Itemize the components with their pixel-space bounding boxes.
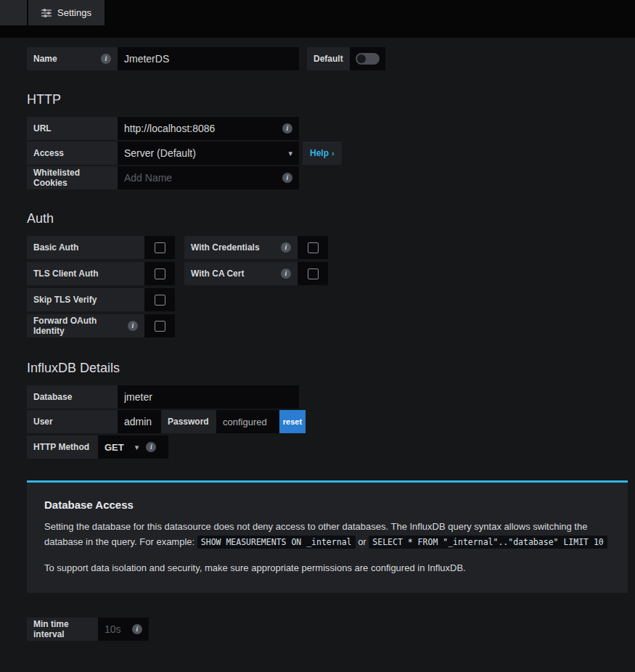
password-label: Password <box>168 417 209 427</box>
spacer <box>299 47 307 70</box>
default-toggle[interactable] <box>350 47 385 70</box>
infobox-paragraph-1: Setting the database for this datasource… <box>44 520 610 550</box>
reset-password-button[interactable]: reset <box>279 410 306 433</box>
help-link-label: Help <box>310 148 329 158</box>
name-input[interactable] <box>124 47 292 70</box>
info-icon: i <box>282 123 292 134</box>
with-ca-cert-label: With CA Cert <box>191 269 244 279</box>
with-ca-cert-row: With CA Cert i <box>184 262 328 285</box>
http-method-label-box: HTTP Method <box>27 435 98 459</box>
name-label: Name <box>33 54 57 64</box>
cookies-input-box: i <box>118 166 299 189</box>
password-status: configured <box>223 417 267 427</box>
chevron-right-icon: › <box>332 149 335 157</box>
caret-down-icon: ▾ <box>135 443 139 452</box>
info-icon: i <box>146 442 156 452</box>
database-access-infobox: Database Access Setting the database for… <box>27 480 628 593</box>
info-icon: i <box>282 173 292 183</box>
info-icon: i <box>128 321 138 331</box>
checkbox-square-icon <box>155 295 165 306</box>
infobox-or: or <box>358 536 366 547</box>
forward-oauth-label: Forward OAuth Identity <box>33 316 128 336</box>
basic-auth-checkbox[interactable] <box>144 236 175 259</box>
url-input-box: i <box>118 117 299 140</box>
caret-down-icon: ▾ <box>288 149 292 158</box>
tls-client-auth-row: TLS Client Auth <box>27 262 175 285</box>
code-snippet: SELECT * FROM "_internal".."database" LI… <box>369 536 607 549</box>
checkbox-square-icon <box>155 269 165 279</box>
url-label-box: URL <box>27 117 118 140</box>
infobox-title: Database Access <box>44 499 610 511</box>
user-label-box: User <box>27 410 118 433</box>
toggle-switch-icon <box>356 53 380 65</box>
access-row: Access Server (Default) ▾ Help › <box>27 142 635 165</box>
access-select-value: Server (Default) <box>124 147 196 159</box>
cookies-label: Whitelisted Cookies <box>33 168 111 188</box>
forward-oauth-label-box: Forward OAuth Identity i <box>27 314 144 337</box>
checkbox-square-icon <box>155 242 165 253</box>
info-icon: i <box>132 624 142 634</box>
tab-bar-spacer <box>0 0 27 25</box>
sliders-icon <box>41 8 52 18</box>
user-password-row: User Password configured reset <box>27 410 635 433</box>
tab-settings-label: Settings <box>57 7 91 18</box>
auth-section-heading: Auth <box>27 211 635 226</box>
help-link[interactable]: Help › <box>303 142 342 165</box>
min-interval-input[interactable] <box>105 618 132 641</box>
name-label-box: Name i <box>27 47 118 70</box>
checkbox-square-icon <box>308 269 319 279</box>
access-label-box: Access <box>27 142 118 165</box>
min-interval-label-box: Min time interval <box>27 618 98 641</box>
tab-settings[interactable]: Settings <box>27 0 105 25</box>
tls-client-auth-label-box: TLS Client Auth <box>27 262 144 285</box>
min-interval-label: Min time interval <box>33 619 91 639</box>
url-input[interactable] <box>124 117 282 140</box>
basic-auth-label: Basic Auth <box>33 242 78 253</box>
skip-tls-verify-label-box: Skip TLS Verify <box>27 288 144 311</box>
http-method-select[interactable]: GET ▾ i <box>98 435 168 459</box>
tab-bar: Settings <box>0 0 635 38</box>
skip-tls-verify-checkbox[interactable] <box>144 288 175 311</box>
info-icon: i <box>101 54 111 64</box>
http-method-value: GET <box>105 442 124 453</box>
access-select[interactable]: Server (Default) ▾ <box>118 142 299 165</box>
http-section-heading: HTTP <box>27 92 635 107</box>
name-row: Name i Default <box>27 47 635 70</box>
http-method-label: HTTP Method <box>33 442 89 452</box>
database-label-box: Database <box>27 385 118 409</box>
code-snippet: SHOW MEASUREMENTS ON _internal <box>197 536 356 549</box>
default-label-box: Default <box>307 47 350 70</box>
basic-auth-row: Basic Auth <box>27 236 175 259</box>
skip-tls-verify-label: Skip TLS Verify <box>33 295 97 305</box>
name-input-box <box>118 47 299 70</box>
forward-oauth-checkbox[interactable] <box>144 314 175 337</box>
with-ca-cert-checkbox[interactable] <box>298 262 328 285</box>
with-credentials-row: With Credentials i <box>184 236 328 259</box>
user-input[interactable] <box>124 410 155 433</box>
user-input-box <box>118 410 161 433</box>
info-icon: i <box>281 242 291 253</box>
with-credentials-checkbox[interactable] <box>298 236 328 259</box>
tls-client-auth-label: TLS Client Auth <box>33 269 99 279</box>
tls-client-auth-checkbox[interactable] <box>144 262 175 285</box>
auth-grid: Basic Auth With Credentials i TLS Client… <box>27 236 635 339</box>
database-input[interactable] <box>124 385 292 409</box>
empty-cell <box>184 288 328 313</box>
basic-auth-label-box: Basic Auth <box>27 236 144 259</box>
password-status-box: configured <box>216 410 279 433</box>
database-label: Database <box>33 392 72 402</box>
access-label: Access <box>33 148 64 158</box>
checkbox-square-icon <box>155 321 165 332</box>
database-row: Database <box>27 385 635 409</box>
empty-cell <box>184 314 328 339</box>
database-input-box <box>118 385 299 409</box>
cookies-input[interactable] <box>124 166 282 189</box>
min-interval-row: Min time interval i <box>27 618 635 641</box>
http-method-row: HTTP Method GET ▾ i <box>27 435 635 459</box>
url-label: URL <box>33 123 52 134</box>
with-credentials-label: With Credentials <box>191 242 260 253</box>
default-label: Default <box>314 54 343 64</box>
checkbox-square-icon <box>308 242 319 253</box>
influxdb-section-heading: InfluxDB Details <box>27 361 635 376</box>
forward-oauth-row: Forward OAuth Identity i <box>27 314 175 337</box>
